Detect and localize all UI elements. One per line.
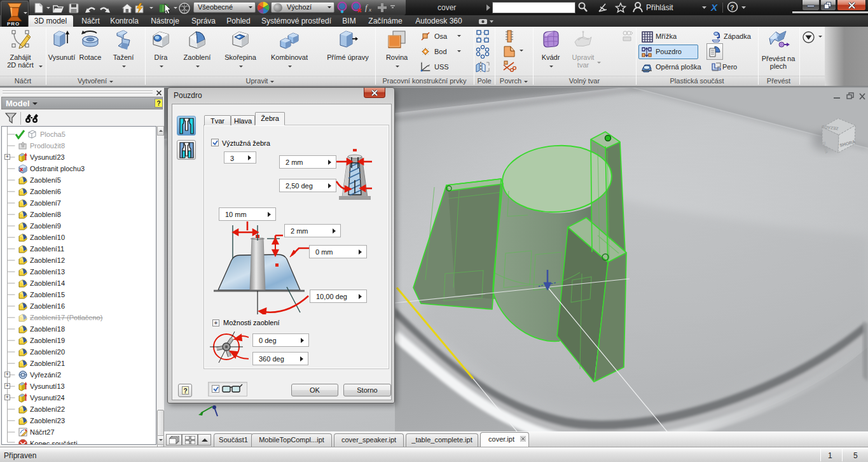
svg-text:x: x (368, 6, 371, 13)
svg-text:Přihlásit: Přihlásit (646, 3, 673, 12)
svg-text:?: ? (730, 4, 734, 11)
svg-text:X: X (710, 2, 718, 13)
